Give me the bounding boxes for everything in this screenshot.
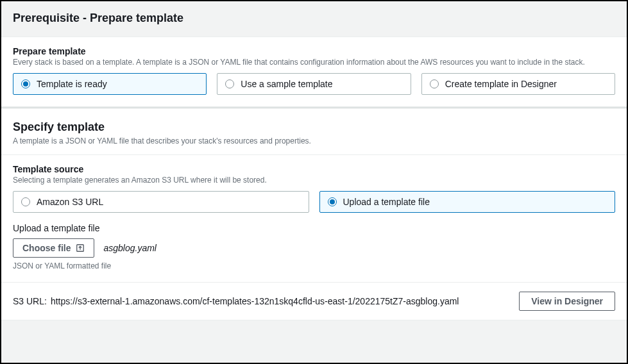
page-title: Prerequisite - Prepare template bbox=[1, 1, 627, 37]
radio-icon bbox=[430, 79, 439, 88]
option-upload-file[interactable]: Upload a template file bbox=[319, 191, 616, 213]
option-label: Upload a template file bbox=[343, 197, 430, 207]
upload-hint: JSON or YAML formatted file bbox=[13, 261, 615, 270]
radio-icon bbox=[328, 197, 337, 206]
template-source-options: Amazon S3 URL Upload a template file bbox=[13, 191, 615, 213]
radio-icon bbox=[21, 79, 30, 88]
s3-url-value: https://s3-external-1.amazonaws.com/cf-t… bbox=[51, 296, 459, 306]
view-in-designer-button[interactable]: View in Designer bbox=[519, 292, 615, 311]
option-label: Use a sample template bbox=[241, 79, 332, 89]
prepare-template-title: Prepare template bbox=[13, 46, 615, 56]
specify-template-description: A template is a JSON or YAML file that d… bbox=[13, 136, 615, 145]
option-label: Create template in Designer bbox=[445, 79, 557, 89]
radio-icon bbox=[225, 79, 234, 88]
upload-icon bbox=[76, 244, 85, 252]
option-create-in-designer[interactable]: Create template in Designer bbox=[421, 73, 615, 95]
prepare-template-description: Every stack is based on a template. A te… bbox=[13, 58, 615, 67]
template-source-title: Template source bbox=[13, 164, 615, 174]
prepare-template-options: Template is ready Use a sample template … bbox=[13, 73, 615, 95]
specify-template-title: Specify template bbox=[13, 120, 615, 134]
upload-file-label: Upload a template file bbox=[13, 223, 615, 233]
option-label: Amazon S3 URL bbox=[37, 197, 103, 207]
footer-row: S3 URL: https://s3-external-1.amazonaws.… bbox=[1, 282, 627, 320]
s3-url-display: S3 URL: https://s3-external-1.amazonaws.… bbox=[13, 296, 459, 306]
uploaded-filename: asgblog.yaml bbox=[103, 243, 157, 253]
option-s3-url[interactable]: Amazon S3 URL bbox=[13, 191, 309, 213]
radio-icon bbox=[21, 197, 30, 206]
option-label: Template is ready bbox=[37, 79, 107, 89]
choose-file-button[interactable]: Choose file bbox=[13, 238, 94, 258]
option-template-ready[interactable]: Template is ready bbox=[13, 73, 207, 95]
template-source-description: Selecting a template generates an Amazon… bbox=[13, 176, 615, 185]
option-sample-template[interactable]: Use a sample template bbox=[217, 73, 411, 95]
s3-url-label: S3 URL: bbox=[13, 296, 47, 306]
choose-file-label: Choose file bbox=[22, 243, 71, 253]
